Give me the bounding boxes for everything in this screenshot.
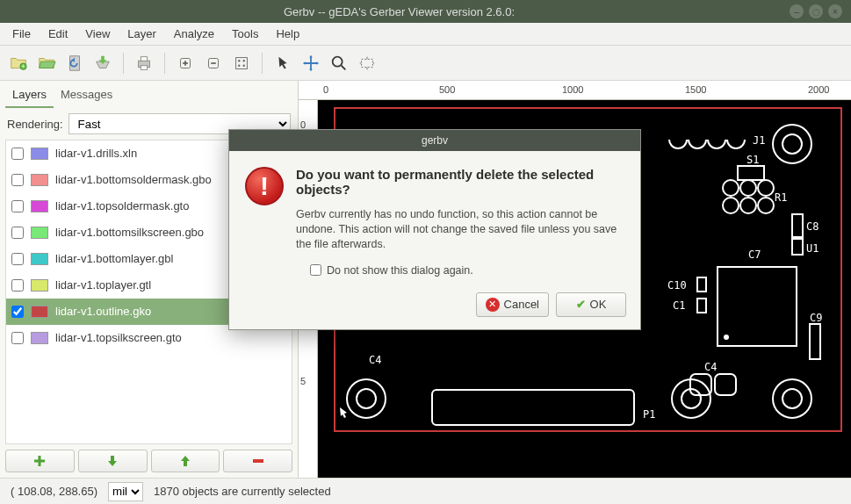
- ruler-top: 0 500 1000 1500 2000: [299, 81, 851, 100]
- print-icon[interactable]: [131, 50, 157, 76]
- menu-edit[interactable]: Edit: [41, 25, 75, 43]
- svg-point-22: [782, 134, 802, 154]
- window-title: Gerbv -- gEDA's Gerber Viewer version 2.…: [9, 5, 790, 18]
- layer-visibility-checkbox[interactable]: [11, 253, 24, 265]
- revert-icon[interactable]: [61, 50, 88, 76]
- layer-visibility-checkbox[interactable]: [11, 279, 24, 292]
- menubar: File Edit View Layer Analyze Tools Help: [0, 23, 851, 46]
- zoom-in-icon[interactable]: [172, 50, 198, 76]
- layer-up-button[interactable]: [151, 450, 220, 472]
- rendering-label: Rendering:: [7, 118, 63, 131]
- svg-rect-46: [810, 324, 820, 359]
- svg-rect-40: [792, 239, 803, 255]
- pan-icon[interactable]: [298, 50, 324, 76]
- menu-layer[interactable]: Layer: [120, 25, 163, 43]
- c4-label: C4: [369, 354, 381, 366]
- ok-button[interactable]: ✔ OK: [556, 292, 626, 317]
- svg-point-17: [773, 379, 811, 418]
- svg-text:J1: J1: [753, 134, 765, 147]
- dialog-dont-show[interactable]: Do not show this dialog again.: [296, 264, 624, 277]
- svg-text:C8: C8: [806, 220, 819, 233]
- layer-remove-button[interactable]: [223, 450, 292, 472]
- ruler-tick: 500: [439, 84, 455, 95]
- svg-point-10: [238, 64, 240, 66]
- svg-rect-13: [362, 59, 373, 67]
- zoom-tool-icon[interactable]: [326, 50, 352, 76]
- layer-add-button[interactable]: [5, 450, 75, 472]
- ok-check-icon: ✔: [576, 298, 586, 311]
- menu-analyze[interactable]: Analyze: [167, 25, 221, 43]
- ruler-tick: 1500: [685, 84, 706, 95]
- layer-color-swatch[interactable]: [31, 200, 48, 212]
- svg-rect-14: [253, 459, 263, 463]
- tab-layers[interactable]: Layers: [5, 84, 54, 108]
- menu-tools[interactable]: Tools: [225, 25, 265, 43]
- layer-color-swatch[interactable]: [31, 306, 48, 318]
- svg-point-30: [758, 180, 774, 196]
- window-controls: – ◌ ×: [790, 4, 842, 18]
- layer-visibility-checkbox[interactable]: [11, 174, 24, 186]
- layer-color-swatch[interactable]: [31, 279, 48, 292]
- svg-point-9: [243, 60, 245, 61]
- ruler-tick: 5: [300, 376, 306, 386]
- layer-actions: [0, 444, 298, 478]
- close-icon[interactable]: ×: [828, 4, 842, 18]
- svg-point-33: [758, 198, 774, 213]
- save-icon[interactable]: [90, 50, 116, 76]
- side-tabs: Layers Messages: [0, 81, 298, 108]
- svg-rect-43: [697, 299, 706, 313]
- svg-rect-38: [792, 214, 803, 237]
- svg-text:C7: C7: [748, 248, 761, 261]
- layer-visibility-checkbox[interactable]: [11, 332, 24, 344]
- statusbar: ( 108.08, 288.65) mil 1870 objects are c…: [0, 478, 851, 504]
- layer-visibility-checkbox[interactable]: [11, 306, 24, 318]
- unit-select[interactable]: mil: [108, 482, 143, 501]
- svg-text:P1: P1: [643, 408, 655, 421]
- svg-point-11: [243, 64, 245, 66]
- svg-rect-26: [432, 390, 634, 425]
- measure-icon[interactable]: [354, 50, 380, 76]
- open-folder-icon[interactable]: [33, 50, 60, 76]
- svg-rect-36: [738, 166, 764, 180]
- cancel-button[interactable]: ✕ Cancel: [476, 292, 549, 317]
- svg-rect-49: [715, 374, 736, 395]
- menu-view[interactable]: View: [78, 25, 117, 43]
- svg-point-16: [357, 389, 376, 408]
- fit-icon[interactable]: [228, 50, 255, 76]
- layer-visibility-checkbox[interactable]: [11, 200, 24, 212]
- cancel-x-icon: ✕: [486, 298, 500, 312]
- svg-rect-3: [141, 56, 147, 61]
- minimize-icon[interactable]: –: [790, 4, 804, 18]
- new-project-icon[interactable]: +: [5, 50, 32, 76]
- svg-point-18: [782, 389, 802, 408]
- menu-help[interactable]: Help: [269, 25, 307, 43]
- dont-show-checkbox[interactable]: [310, 264, 321, 276]
- zoom-out-icon[interactable]: [200, 50, 227, 76]
- layer-color-swatch[interactable]: [31, 253, 48, 265]
- layer-color-swatch[interactable]: [31, 148, 48, 160]
- svg-point-31: [723, 198, 739, 213]
- layer-down-button[interactable]: [78, 450, 148, 472]
- ruler-tick: 1000: [562, 84, 583, 95]
- svg-rect-4: [141, 65, 147, 69]
- dont-show-label: Do not show this dialog again.: [327, 264, 473, 277]
- layer-color-swatch[interactable]: [31, 227, 48, 239]
- svg-point-15: [347, 379, 386, 418]
- svg-text:+: +: [21, 62, 25, 70]
- dialog-title: gerbv: [229, 130, 640, 151]
- layer-color-swatch[interactable]: [31, 332, 48, 344]
- svg-rect-48: [690, 374, 711, 395]
- menu-file[interactable]: File: [5, 25, 38, 43]
- pointer-icon[interactable]: [270, 50, 296, 76]
- tab-messages[interactable]: Messages: [54, 84, 119, 108]
- maximize-icon[interactable]: ◌: [809, 4, 823, 18]
- svg-point-32: [740, 198, 756, 213]
- layer-color-swatch[interactable]: [31, 174, 48, 186]
- layer-visibility-checkbox[interactable]: [11, 148, 24, 160]
- svg-point-28: [723, 180, 739, 196]
- layer-visibility-checkbox[interactable]: [11, 227, 24, 239]
- warning-icon: !: [245, 167, 284, 205]
- dialog-heading: Do you want to permanently delete the se…: [296, 167, 624, 197]
- svg-text:R1: R1: [775, 191, 787, 204]
- svg-text:C1: C1: [673, 299, 685, 312]
